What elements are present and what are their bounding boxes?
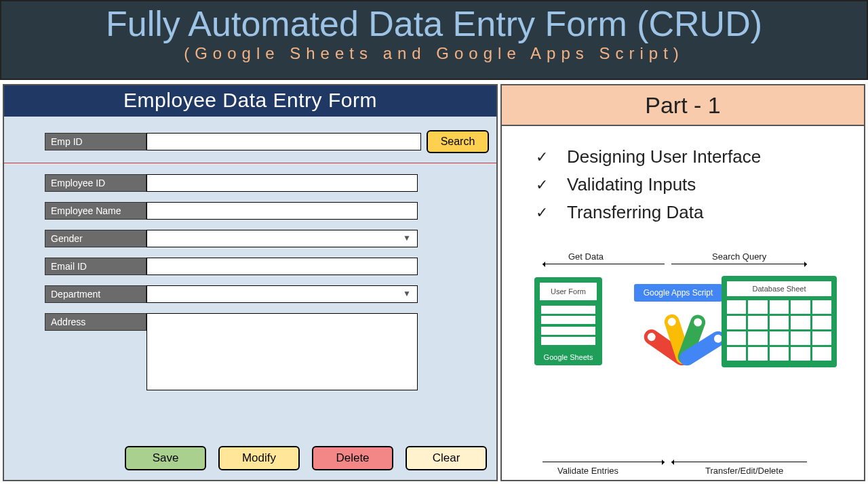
- arrow-icon: [542, 462, 665, 462]
- list-item-label: Validating Inputs: [567, 174, 696, 195]
- modify-button[interactable]: Modify: [218, 446, 300, 470]
- list-item: ✓Transferring Data: [536, 202, 864, 223]
- google-apps-script-label: Google Apps Script: [634, 284, 722, 302]
- gender-label: Gender: [45, 230, 146, 247]
- check-icon: ✓: [536, 204, 548, 222]
- employee-id-input[interactable]: [146, 174, 418, 192]
- form-title: Employee Data Entry Form: [4, 85, 496, 117]
- search-empid-input[interactable]: [146, 133, 421, 150]
- delete-button[interactable]: Delete: [312, 446, 393, 470]
- email-input[interactable]: [146, 258, 418, 275]
- arrow-icon: [542, 264, 665, 264]
- form-panel: Employee Data Entry Form Emp ID Search E…: [3, 84, 498, 481]
- save-button[interactable]: Save: [125, 446, 206, 470]
- diagram-label-validate: Validate Entries: [557, 466, 618, 476]
- topic-list: ✓Designing User Interface ✓Validating In…: [536, 146, 864, 230]
- info-panel: Part - 1 ✓Designing User Interface ✓Vali…: [500, 84, 865, 481]
- search-button[interactable]: Search: [427, 130, 489, 153]
- google-sheets-form-icon: User Form Google Sheets: [534, 277, 602, 365]
- list-item: ✓Designing User Interface: [536, 146, 864, 167]
- department-select[interactable]: [146, 285, 418, 303]
- email-label: Email ID: [45, 258, 146, 275]
- list-item: ✓Validating Inputs: [536, 174, 864, 195]
- diagram-label-transfer: Transfer/Edit/Delete: [705, 466, 783, 476]
- diagram-label-getdata: Get Data: [568, 251, 604, 262]
- address-label: Address: [45, 313, 146, 331]
- page-title: Fully Automated Data Entry Form (CRUD): [1, 5, 867, 43]
- diagram-dbsheet-label: Database Sheet: [727, 281, 831, 296]
- diagram-userform-label: User Form: [540, 283, 597, 300]
- employee-id-label: Employee ID: [45, 174, 146, 192]
- check-icon: ✓: [536, 148, 548, 166]
- google-apps-script-icon: [643, 303, 717, 371]
- arrow-icon: [671, 264, 807, 264]
- part-title: Part - 1: [502, 85, 864, 126]
- diagram-label-search: Search Query: [712, 251, 766, 262]
- list-item-label: Transferring Data: [567, 202, 703, 223]
- department-label: Department: [45, 285, 146, 303]
- employee-name-input[interactable]: [146, 202, 418, 220]
- employee-name-label: Employee Name: [45, 202, 146, 220]
- list-item-label: Designing User Interface: [567, 146, 761, 167]
- title-banner: Fully Automated Data Entry Form (CRUD) (…: [0, 0, 868, 80]
- database-sheet-icon: Database Sheet: [722, 276, 837, 367]
- diagram-googlesheets-label: Google Sheets: [534, 353, 602, 361]
- clear-button[interactable]: Clear: [406, 446, 487, 470]
- page-subtitle: (Google Sheets and Google Apps Script): [1, 44, 867, 63]
- address-textarea[interactable]: [146, 313, 418, 390]
- search-empid-label: Emp ID: [45, 133, 146, 150]
- check-icon: ✓: [536, 176, 548, 194]
- gender-select[interactable]: [146, 230, 418, 247]
- divider-line: [4, 163, 496, 163]
- architecture-diagram: Get Data Search Query Validate Entries T…: [502, 250, 864, 480]
- arrow-icon: [671, 462, 807, 462]
